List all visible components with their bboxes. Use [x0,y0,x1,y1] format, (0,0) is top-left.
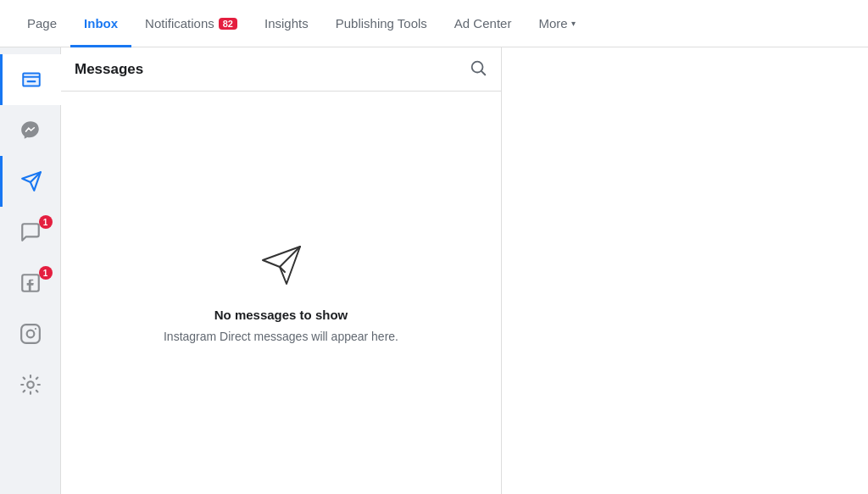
empty-state-description: Instagram Direct messages will appear he… [164,329,398,346]
sidebar-icon-facebook-page[interactable]: 1 [0,258,61,308]
top-nav: Page Inbox Notifications 82 Insights Pub… [0,0,868,47]
nav-item-ad-center[interactable]: Ad Center [441,0,526,47]
sidebar-icon-settings[interactable] [0,359,61,410]
sidebar-icon-inbox-box[interactable] [0,54,61,105]
svg-rect-1 [27,80,36,82]
nav-item-insights[interactable]: Insights [251,0,322,47]
nav-label-insights: Insights [264,16,309,31]
search-icon [469,58,487,77]
svg-point-4 [26,330,34,338]
svg-rect-0 [23,73,40,86]
nav-label-inbox: Inbox [84,16,118,31]
messages-empty-state: No messages to show Instagram Direct mes… [61,92,501,494]
paper-plane-icon [256,240,307,294]
nav-label-ad-center: Ad Center [454,16,512,31]
nav-item-more[interactable]: More ▾ [525,0,588,47]
search-button[interactable] [469,58,487,80]
sidebar-icon-messenger[interactable] [0,105,61,156]
messages-header: Messages [61,47,501,92]
sidebar: 1 1 [0,47,61,494]
nav-label-page: Page [27,16,57,31]
content-area [502,47,868,494]
messages-title: Messages [75,61,143,78]
sidebar-icon-comments[interactable]: 1 [0,207,61,258]
nav-item-notifications[interactable]: Notifications 82 [131,0,251,47]
nav-label-notifications: Notifications [145,16,214,31]
nav-label-publishing-tools: Publishing Tools [336,16,427,31]
sidebar-icon-instagram[interactable] [0,308,61,359]
facebook-page-badge: 1 [39,266,53,280]
svg-rect-3 [21,325,40,343]
nav-item-publishing-tools[interactable]: Publishing Tools [322,0,441,47]
nav-item-page[interactable]: Page [14,0,70,47]
comments-badge: 1 [39,215,53,229]
sidebar-icon-direct[interactable] [0,156,61,207]
notifications-badge: 82 [219,18,237,30]
nav-label-more: More [538,16,567,31]
svg-point-5 [34,328,36,330]
empty-state-title: No messages to show [214,308,348,322]
svg-point-6 [27,381,34,388]
more-chevron-icon: ▾ [571,19,576,28]
main-layout: 1 1 Messages [0,47,868,494]
messages-panel: Messages No messages to show Instagram D… [61,47,502,494]
nav-item-inbox[interactable]: Inbox [70,0,131,47]
